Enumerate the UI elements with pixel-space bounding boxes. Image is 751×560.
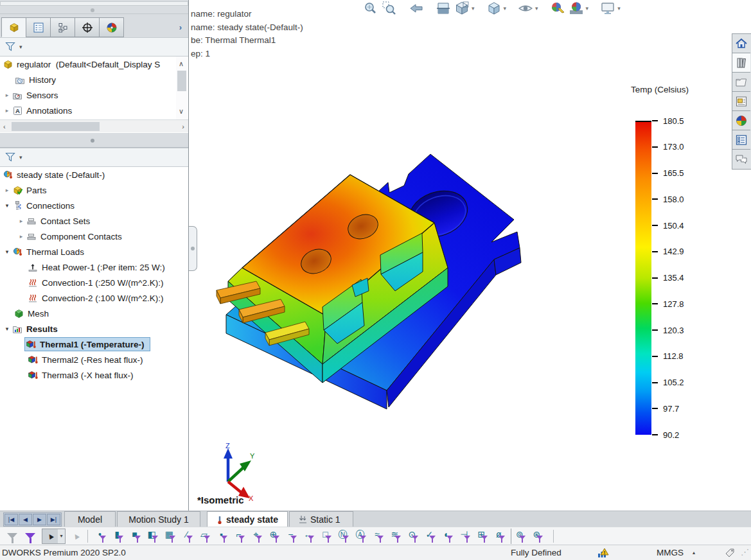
panel-flyout-handle[interactable]	[189, 226, 197, 271]
next-tab-button[interactable]: ▶	[33, 514, 46, 525]
filter-midpoints[interactable]: ⌖	[247, 529, 265, 544]
filter-geometric-tolerances[interactable]: ⊙	[403, 529, 421, 544]
clear-all-filters-button[interactable]	[25, 533, 35, 539]
simulation-tree-filter[interactable]: ▾	[0, 148, 188, 167]
prev-tab-button[interactable]: ◀	[19, 514, 32, 525]
filter-dimensions[interactable]: ↔	[299, 529, 317, 544]
tree-row-history[interactable]: History	[0, 72, 188, 87]
edit-appearance-icon[interactable]	[550, 1, 565, 16]
filter-faces[interactable]: ■	[126, 529, 143, 544]
home-button[interactable]	[732, 34, 750, 53]
tag-icon[interactable]	[725, 548, 735, 558]
last-tab-button[interactable]: ▶|	[47, 514, 60, 525]
first-tab-button[interactable]: |◀	[4, 514, 18, 525]
view-orientation-icon[interactable]	[454, 1, 470, 16]
filter-surface-finish-symbols[interactable]: ≈	[369, 529, 386, 544]
previous-view-icon[interactable]	[409, 1, 424, 16]
filter-datums[interactable]: Ⓐ	[351, 529, 369, 544]
view-settings-icon[interactable]	[600, 1, 615, 16]
tree-row-component-contacts[interactable]: ▸ Component Contacts	[0, 229, 188, 244]
collapse-arrow-icon[interactable]: ▾	[3, 202, 12, 209]
custom-properties-button[interactable]	[732, 130, 750, 150]
expand-panel-arrow[interactable]: ›	[179, 22, 182, 32]
tree-row-root[interactable]: regulator (Default<Default_Display S	[0, 57, 188, 72]
filter-sketch-segments[interactable]: ⌐	[230, 529, 247, 544]
tree-row-thermal-loads[interactable]: ▾ Thermal Loads	[0, 244, 188, 259]
tab-model[interactable]: Model	[64, 511, 116, 527]
tree-row-convection-1[interactable]: Convection-1 (:250 W/(m^2.K):)	[0, 275, 188, 290]
file-explorer-button[interactable]	[732, 73, 750, 92]
tree-row-study[interactable]: steady state (-Default-)	[0, 167, 188, 182]
tree-row-parts[interactable]: ▸ Parts	[0, 182, 188, 198]
scroll-down-icon[interactable]: ∨	[179, 107, 184, 116]
filter-edges[interactable]: ▮	[109, 529, 126, 544]
expand-arrow-icon[interactable]: ▸	[3, 92, 12, 98]
scrollbar-thumb[interactable]	[12, 122, 100, 131]
tree-row-heat-power[interactable]: Heat Power-1 (:Per item: 25 W:)	[0, 259, 188, 275]
panel-top-scrollbar[interactable]	[0, 1, 188, 6]
filter-dowel-pins[interactable]: ⊣	[455, 529, 473, 544]
resize-grip[interactable]: ⋰	[741, 547, 749, 557]
tree-row-thermal1[interactable]: Thermal1 (-Temperature-)	[0, 337, 188, 352]
tab-propertymanager[interactable]	[26, 17, 51, 37]
collapse-arrow-icon[interactable]: ▾	[3, 249, 12, 255]
tab-featuremanager[interactable]	[1, 17, 26, 37]
units-selector[interactable]: MMGS	[657, 548, 684, 557]
zoom-to-fit-icon[interactable]	[363, 1, 378, 16]
graphics-viewport[interactable]: name: regulatorname: steady state(-Defau…	[190, 0, 751, 511]
feature-tree-filter[interactable]: ▾	[0, 37, 188, 57]
filter-weld-symbols[interactable]: ≋	[386, 529, 403, 544]
expand-arrow-icon[interactable]: ▸	[17, 218, 26, 224]
select-dropdown-caret[interactable]: ▾	[58, 533, 65, 539]
filter-centerlines[interactable]: −	[282, 529, 299, 544]
scroll-right-icon[interactable]: ›	[182, 122, 184, 131]
tab-static-1[interactable]: Static 1	[289, 511, 353, 527]
dropdown-caret-icon[interactable]: ▾	[617, 5, 621, 12]
design-library-button[interactable]	[732, 53, 750, 73]
filter-hole-callouts[interactable]: □	[317, 529, 334, 544]
zoom-to-area-icon[interactable]	[382, 1, 397, 16]
apply-scene-icon[interactable]	[569, 1, 584, 16]
tab-configurationmanager[interactable]	[50, 17, 75, 37]
filter-section-marks[interactable]: ◐	[438, 529, 455, 544]
tab-steady-state[interactable]: steady state	[207, 511, 288, 527]
collapse-arrow-icon[interactable]: ▾	[3, 326, 12, 332]
select-tool[interactable]: ▲ ▾	[42, 529, 66, 544]
tree-row-annotations[interactable]: ▸ Annotations	[0, 103, 188, 118]
tab-motion-study[interactable]: Motion Study 1	[117, 511, 200, 527]
panel-splitter[interactable]	[0, 132, 188, 148]
expand-arrow-icon[interactable]: ▸	[3, 187, 12, 193]
view-palette-button[interactable]	[732, 92, 750, 111]
select-arrow-button[interactable]: ▲	[42, 529, 58, 543]
simulation-advisor-icon[interactable]: !	[597, 548, 609, 558]
scrollbar-thumb[interactable]	[177, 71, 186, 91]
tree-row-results[interactable]: ▾ Results	[0, 321, 188, 337]
filter-surface-bodies[interactable]: ◧	[143, 529, 161, 544]
dropdown-caret-icon[interactable]: ▾	[472, 5, 475, 12]
expand-arrow-icon[interactable]: ▸	[3, 107, 12, 114]
dropdown-caret-icon[interactable]: ▾	[586, 5, 589, 12]
tree-row-sensors[interactable]: ▸ Sensors	[0, 87, 188, 103]
tree-vertical-scrollbar[interactable]: ∧ ∨	[176, 57, 188, 119]
tree-row-mesh[interactable]: Mesh	[0, 306, 188, 321]
filter-planes[interactable]: ▱	[195, 529, 213, 544]
tree-row-thermal3[interactable]: Thermal3 (-X heat flux-)	[0, 367, 188, 383]
filter-solid-bodies[interactable]: ▦	[161, 529, 178, 544]
tree-horizontal-scrollbar[interactable]: ‹ ›	[0, 119, 188, 132]
filter-axes[interactable]: ∕	[178, 529, 195, 544]
selected-result-plot[interactable]: Thermal1 (-Temperature-)	[24, 337, 150, 351]
filter-balloons[interactable]: Ⓝ	[334, 529, 351, 544]
filter-notes[interactable]: ✓	[421, 529, 438, 544]
tree-row-contact-sets[interactable]: ▸ Contact Sets	[0, 213, 188, 229]
panel-collapse-handle[interactable]	[91, 8, 94, 12]
tree-row-connections[interactable]: ▾ Connections	[0, 198, 188, 213]
appearances-scenes-button[interactable]	[732, 111, 750, 130]
tree-row-convection-2[interactable]: Convection-2 (:100 W/(m^2.K):)	[0, 290, 188, 306]
filter-connection-points[interactable]: ⊚	[511, 529, 528, 544]
hide-show-items-icon[interactable]	[518, 1, 533, 16]
expand-arrow-icon[interactable]: ▸	[17, 233, 26, 240]
filter-sketch-points[interactable]: ▪	[213, 529, 230, 544]
filter-center-marks[interactable]: ⊕	[265, 529, 282, 544]
toggle-selection-filters-button[interactable]	[7, 533, 17, 539]
display-style-icon[interactable]	[486, 1, 502, 16]
